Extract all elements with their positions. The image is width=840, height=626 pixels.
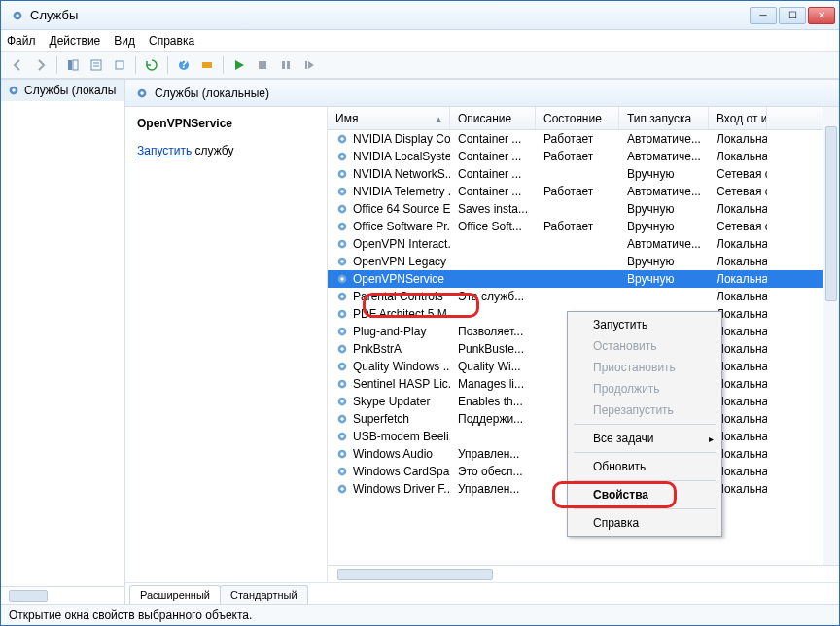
- titlebar: Службы ─ ☐ ✕: [1, 1, 839, 30]
- service-row[interactable]: Office Software Pr...Office Soft...Работ…: [328, 218, 839, 235]
- list-vscroll[interactable]: [822, 107, 839, 565]
- services-icon: [11, 9, 24, 22]
- menu-help[interactable]: Справка: [149, 34, 194, 48]
- list-hscroll[interactable]: [328, 565, 839, 582]
- service-row[interactable]: OpenVPN Legacy ...ВручнуюЛокальна: [328, 253, 839, 270]
- svg-point-28: [340, 207, 344, 211]
- ctx-refresh[interactable]: Обновить: [570, 456, 719, 477]
- svg-point-40: [340, 312, 344, 316]
- svg-point-34: [340, 260, 344, 263]
- svg-rect-13: [287, 61, 290, 69]
- svg-rect-3: [73, 60, 78, 70]
- service-row[interactable]: NVIDIA Telemetry ...Container ...Работае…: [328, 183, 839, 200]
- ctx-help[interactable]: Справка: [570, 512, 719, 534]
- services-window: Службы ─ ☐ ✕ Файл Действие Вид Справка ?: [0, 0, 840, 626]
- tab-extended[interactable]: Расширенный: [129, 585, 221, 604]
- status-text: Открытие окна свойств выбранного объекта…: [9, 609, 252, 622]
- svg-point-44: [340, 347, 344, 351]
- svg-point-36: [340, 277, 344, 281]
- svg-rect-7: [116, 61, 123, 69]
- svg-point-30: [340, 225, 344, 228]
- tab-standard[interactable]: Стандартный: [220, 585, 308, 604]
- tree-root-label: Службы (локалы: [24, 84, 116, 97]
- service-row[interactable]: OpenVPNServiceВручнуюЛокальна: [328, 270, 839, 288]
- start-service-button[interactable]: [228, 54, 250, 76]
- minimize-button[interactable]: ─: [750, 7, 777, 24]
- service-row[interactable]: NVIDIA Display Co...Container ...Работае…: [328, 130, 839, 148]
- svg-rect-4: [91, 60, 101, 70]
- svg-point-1: [16, 14, 19, 17]
- ctx-all-tasks[interactable]: Все задачи: [570, 428, 719, 449]
- ctx-start[interactable]: Запустить: [570, 314, 719, 335]
- svg-rect-12: [282, 61, 285, 69]
- action-button[interactable]: [196, 54, 218, 76]
- col-desc[interactable]: Описание: [450, 107, 536, 129]
- restart-service-button[interactable]: [298, 54, 320, 76]
- svg-rect-11: [259, 61, 266, 69]
- menu-file[interactable]: Файл: [7, 34, 36, 48]
- export-button[interactable]: [109, 54, 130, 76]
- gear-icon: [7, 84, 20, 97]
- svg-point-52: [340, 417, 344, 421]
- gear-icon: [135, 87, 149, 100]
- svg-point-32: [340, 242, 344, 246]
- col-name[interactable]: Имя: [328, 107, 450, 129]
- menu-action[interactable]: Действие: [50, 34, 101, 48]
- pause-service-button[interactable]: [275, 54, 297, 76]
- menu-view[interactable]: Вид: [114, 34, 135, 48]
- menubar: Файл Действие Вид Справка: [1, 30, 839, 52]
- service-row[interactable]: NVIDIA LocalSyste...Container ...Работае…: [328, 148, 839, 165]
- service-detail-pane: OpenVPNService Запустить службу: [125, 107, 328, 582]
- ctx-restart: Перезапустить: [570, 400, 719, 421]
- svg-point-16: [12, 88, 16, 92]
- pane-header: Службы (локальные): [125, 80, 839, 107]
- selected-service-name: OpenVPNService: [137, 117, 315, 130]
- service-row[interactable]: OpenVPN Interact...Автоматиче...Локальна: [328, 235, 839, 253]
- svg-point-18: [140, 91, 144, 95]
- col-startup[interactable]: Тип запуска: [619, 107, 709, 129]
- tree-root-services[interactable]: Службы (локалы: [1, 80, 124, 101]
- list-header: Имя Описание Состояние Тип запуска Вход …: [328, 107, 839, 130]
- start-service-link[interactable]: Запустить: [137, 144, 192, 157]
- back-button[interactable]: [7, 54, 28, 76]
- ctx-properties[interactable]: Свойства: [570, 484, 719, 505]
- view-tabs: Расширенный Стандартный: [125, 582, 839, 604]
- service-row[interactable]: NVIDIA NetworkS...Container ...ВручнуюСе…: [328, 165, 839, 183]
- details-pane: Службы (локальные) OpenVPNService Запуст…: [125, 80, 839, 604]
- close-button[interactable]: ✕: [808, 7, 835, 24]
- svg-point-54: [340, 435, 344, 438]
- window-title: Службы: [30, 8, 750, 22]
- svg-point-24: [340, 172, 344, 176]
- show-hide-tree-button[interactable]: [62, 54, 84, 76]
- context-menu: Запустить Остановить Приостановить Продо…: [567, 311, 722, 537]
- svg-text:?: ?: [180, 58, 187, 71]
- ctx-stop: Остановить: [570, 335, 719, 357]
- help-button[interactable]: ?: [173, 54, 194, 76]
- svg-rect-14: [305, 61, 307, 69]
- svg-rect-10: [202, 62, 212, 68]
- tree-pane: Службы (локалы: [1, 80, 125, 604]
- stop-service-button[interactable]: [252, 54, 273, 76]
- maximize-button[interactable]: ☐: [779, 7, 806, 24]
- toolbar: ?: [1, 52, 839, 79]
- refresh-button[interactable]: [141, 54, 162, 76]
- statusbar: Открытие окна свойств выбранного объекта…: [1, 604, 839, 625]
- svg-point-58: [340, 470, 344, 473]
- svg-point-20: [340, 137, 344, 141]
- svg-point-46: [340, 365, 344, 368]
- tree-hscroll[interactable]: [1, 586, 124, 604]
- svg-point-42: [340, 330, 344, 333]
- forward-button[interactable]: [30, 54, 52, 76]
- properties-button[interactable]: [86, 54, 107, 76]
- pane-title: Службы (локальные): [155, 87, 269, 100]
- svg-point-38: [340, 295, 344, 298]
- svg-point-50: [340, 400, 344, 403]
- service-row[interactable]: Office 64 Source E...Saves insta...Вручн…: [328, 200, 839, 218]
- svg-point-60: [340, 487, 344, 491]
- svg-point-26: [340, 190, 344, 193]
- svg-point-48: [340, 382, 344, 386]
- col-status[interactable]: Состояние: [536, 107, 619, 129]
- col-logon[interactable]: Вход от и: [709, 107, 767, 129]
- svg-rect-2: [68, 60, 72, 70]
- service-row[interactable]: Parental ControlsЭта служб...Локальна: [328, 288, 839, 305]
